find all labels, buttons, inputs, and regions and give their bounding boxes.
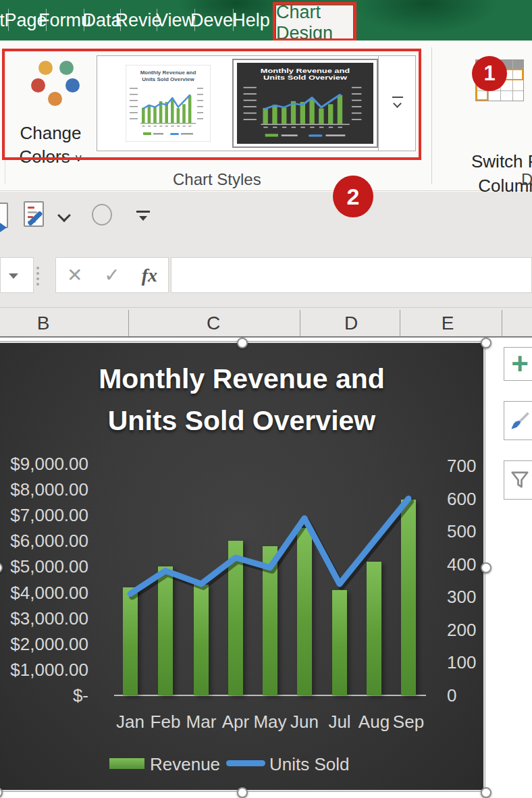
left-axis-tick: $7,000.00	[10, 505, 88, 526]
annotation-badge-2: 2	[333, 176, 373, 217]
tab-page[interactable]: Page	[9, 0, 42, 41]
svg-text:Units Sold Overview: Units Sold Overview	[263, 75, 347, 81]
selection-handle[interactable]	[481, 338, 491, 348]
month-label-jan[interactable]: Jan	[116, 712, 144, 733]
gallery-more-chevron-icon	[393, 99, 402, 108]
selection-handle[interactable]	[481, 787, 491, 798]
chart-title[interactable]: Monthly Revenue and Units Sold Overview	[0, 358, 486, 442]
bar-may[interactable]	[263, 546, 277, 695]
legend-units-sold-swatch	[226, 760, 265, 766]
column-header-d[interactable]: D	[344, 313, 358, 334]
ellipse-shape-icon[interactable]	[92, 204, 112, 225]
right-axis-tick: 600	[447, 488, 476, 509]
month-label-sep[interactable]: Sep	[393, 712, 424, 733]
name-box-dropdown-icon[interactable]	[9, 273, 18, 279]
chart-object[interactable]: Monthly Revenue and Units Sold Overview …	[0, 342, 485, 791]
left-axis-tick: $8,000.00	[10, 479, 88, 500]
tab-view[interactable]: View	[158, 0, 193, 41]
svg-text:Monthly Revenue and: Monthly Revenue and	[261, 68, 350, 74]
bar-aug[interactable]	[367, 562, 381, 695]
month-label-feb[interactable]: Feb	[151, 712, 181, 733]
cancel-button[interactable]: ✕	[56, 264, 93, 286]
color-dot-blue-icon	[65, 78, 80, 92]
gallery-more-icon	[392, 97, 403, 98]
group-edge-divider	[5, 49, 5, 184]
chart-style-1-thumbnail[interactable]: Monthly Revenue andUnits Sold Overview	[126, 65, 211, 142]
chart-style-2-thumbnail-selected[interactable]: Monthly Revenue andUnits Sold Overview	[232, 59, 378, 148]
chart-styles-button[interactable]	[504, 401, 532, 440]
tab-separator	[233, 9, 234, 31]
annotation-box-chart-design	[273, 2, 356, 41]
left-axis-tick: $2,000.00	[10, 633, 88, 654]
legend-units-sold-label[interactable]: Units Sold	[269, 754, 350, 775]
left-axis-tick: $5,000.00	[10, 556, 88, 577]
right-axis-tick: 200	[447, 619, 476, 640]
chevron-down-icon[interactable]	[57, 209, 71, 222]
formula-bar-row: ✕ ✓ fx	[0, 255, 532, 307]
selection-handle[interactable]	[0, 562, 3, 573]
qat-dropdown-arrow-icon[interactable]	[139, 216, 147, 221]
export-arrow-icon	[0, 223, 7, 232]
switch-row-label-line1: Switch Ro	[471, 151, 532, 172]
tab-devel[interactable]: Devel	[196, 0, 232, 41]
month-label-aug[interactable]: Aug	[358, 712, 390, 733]
column-header-e[interactable]: E	[442, 313, 454, 334]
group-divider	[431, 47, 432, 184]
month-label-mar[interactable]: Mar	[186, 712, 217, 733]
plus-icon: +	[511, 349, 529, 379]
color-dot-orange-icon	[48, 92, 62, 106]
insert-function-button[interactable]: fx	[131, 265, 168, 286]
right-axis-tick: 700	[447, 456, 476, 477]
chart-elements-button[interactable]: +	[504, 347, 532, 381]
bar-sep[interactable]	[401, 500, 416, 695]
titlebar-decoration	[351, 0, 500, 34]
bar-feb[interactable]	[158, 566, 173, 695]
edit-document-button[interactable]	[24, 201, 53, 234]
tab-revie[interactable]: Revie	[122, 0, 155, 41]
month-label-may[interactable]: May	[253, 712, 286, 733]
right-axis-tick: 100	[447, 652, 476, 673]
tab-separator	[46, 9, 47, 31]
selection-handle[interactable]	[237, 338, 248, 348]
qat-dropdown-line-icon	[136, 211, 150, 213]
tab-formu[interactable]: Formu	[47, 0, 82, 41]
right-axis-tick: 400	[447, 554, 476, 575]
tab-separator	[84, 9, 84, 31]
bar-apr[interactable]	[228, 541, 243, 695]
month-label-jun[interactable]: Jun	[290, 712, 319, 733]
name-box[interactable]	[0, 257, 34, 293]
tab-separator	[120, 9, 121, 31]
left-axis-tick: $6,000.00	[10, 531, 88, 552]
tab-help[interactable]: Help	[234, 0, 269, 41]
tab-data[interactable]: Data	[85, 0, 119, 41]
selection-handle[interactable]	[237, 787, 248, 798]
funnel-icon	[510, 470, 530, 490]
bar-mar[interactable]	[194, 585, 209, 695]
left-axis-tick: $4,000.00	[10, 582, 88, 603]
column-header-b[interactable]: B	[37, 313, 50, 334]
month-label-apr[interactable]: Apr	[222, 712, 249, 733]
left-axis-tick: $3,000.00	[10, 608, 88, 629]
chart-filters-button[interactable]	[504, 460, 532, 500]
bar-jan[interactable]	[123, 587, 138, 695]
formula-input[interactable]	[171, 257, 532, 293]
selection-handle[interactable]	[481, 562, 491, 573]
formula-buttons: ✕ ✓ fx	[55, 257, 169, 293]
formula-bar-resize-handle[interactable]	[36, 267, 39, 288]
enter-button[interactable]: ✓	[93, 264, 130, 286]
svg-text:Units Sold Overview: Units Sold Overview	[142, 76, 194, 82]
gallery-more-button[interactable]	[378, 56, 415, 151]
bar-jul[interactable]	[332, 590, 347, 695]
left-axis-tick: $9,000.00	[10, 454, 88, 475]
right-axis-tick: 300	[447, 587, 476, 608]
column-header-c[interactable]: C	[207, 313, 220, 334]
bar-jun[interactable]	[297, 528, 312, 695]
month-label-jul[interactable]: Jul	[328, 712, 350, 733]
color-dot-green-icon	[59, 61, 74, 75]
tab-separator	[8, 9, 9, 31]
quick-access-toolbar	[0, 192, 532, 255]
ribbon-tab-bar: tPageFormuDataRevieViewDevelHelp Chart D…	[0, 0, 532, 41]
change-colors-button[interactable]: Change Colors ˅	[7, 50, 95, 166]
chevron-down-icon: ˅	[75, 152, 82, 165]
legend-revenue-label[interactable]: Revenue	[150, 754, 220, 775]
